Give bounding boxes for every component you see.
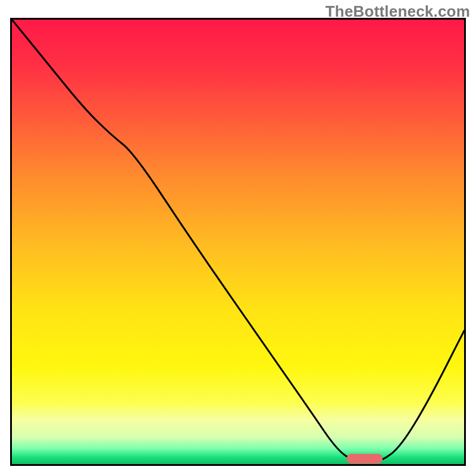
optimal-marker	[346, 454, 383, 464]
heat-background	[12, 20, 464, 464]
watermark-label: TheBottleneck.com	[325, 2, 470, 21]
plot-area	[10, 18, 466, 466]
heat-chart	[12, 20, 464, 464]
chart-container: TheBottleneck.com	[0, 0, 476, 476]
